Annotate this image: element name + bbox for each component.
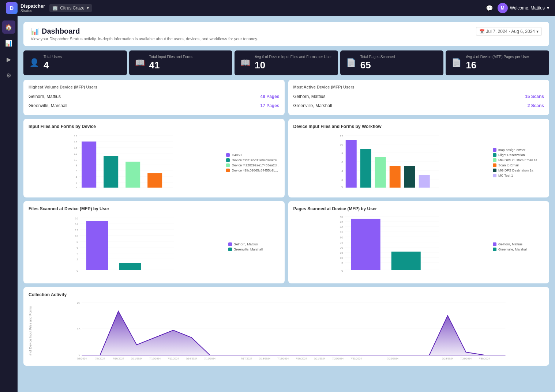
chevron-down-icon: ▾ [87,5,89,11]
svg-text:0: 0 [76,269,78,272]
stat-total-users: 👤 Total Users 4 [23,50,127,75]
stat-users-content: Total Users 4 [44,55,62,71]
ma-user-row-1: Gelhorn, Mattius 15 Scans [293,92,544,101]
svg-text:40: 40 [340,226,343,229]
tenant-selector[interactable]: 🏢 Citrus Craze ▾ [49,4,92,12]
dashboard-subtitle: View your Dispatcher Stratus activity. I… [31,37,258,41]
svg-text:10: 10 [74,158,77,161]
input-files-icon: 📖 [135,58,145,68]
pages-scanned-chart-area: 50 45 40 35 30 25 20 15 10 5 0 [293,215,490,278]
bar-map-assign [345,140,356,188]
sidebar-item-home[interactable]: 🏠 [2,20,15,34]
legend-dot-map-assign [493,148,496,152]
hv-user-row-2: Greenville, Marshall 17 Pages [29,101,280,110]
svg-text:20: 20 [340,246,343,249]
hv-user-2-name: Greenville, Marshall [29,103,67,108]
svg-text:30: 30 [340,236,343,239]
svg-text:6: 6 [76,246,78,249]
app-sub: Stratus [20,9,45,13]
user-menu[interactable]: M Welcome, Mattius ▾ [498,3,549,13]
page-title: Dashboard [42,27,80,35]
app-logo: D Dispatcher Stratus [6,2,45,14]
collection-svg-area: 20 10 0 [35,301,544,361]
stat-avg-pages-value: 16 [466,60,529,71]
svg-text:7/30/2024: 7/30/2024 [479,357,490,359]
sidebar-item-settings[interactable]: ⚙ [2,69,15,82]
date-range-picker[interactable]: 📅 Jul 7, 2024 - Aug 6, 2024 ▾ [476,27,542,36]
svg-text:4: 4 [76,252,78,255]
legend-label-mgdps-custom: MG DPS Custom Email 1a [498,158,537,162]
svg-text:15: 15 [340,251,343,255]
svg-text:16: 16 [75,217,78,220]
legend-dot-mc-test [493,174,496,177]
stat-pages-label: Total Pages Scanned [360,55,395,59]
legend-label-scan-email: Scan to Email [498,163,519,167]
svg-text:12: 12 [75,229,78,232]
svg-text:8: 8 [76,164,78,167]
legend-scan-email: Scan to Email [493,163,544,167]
svg-text:8: 8 [76,240,78,244]
files-scanned-chart-card: Files Scanned at Device (MFP) by User 16… [23,201,285,283]
chat-icon[interactable]: 💬 [486,5,493,12]
hv-user-row-1: Gelhorn, Mattius 48 Pages [29,92,280,101]
date-chevron-icon: ▾ [536,29,539,34]
svg-text:7/23/2024: 7/23/2024 [350,357,362,359]
collection-activity-title: Collection Activity [29,292,544,297]
pages-scanned-svg: 50 45 40 35 30 25 20 15 10 5 0 [293,215,490,277]
collection-area-fill [82,311,506,355]
building-icon: 🏢 [52,5,58,11]
dashboard-title-block: 📊 Dashboard View your Dispatcher Stratus… [31,27,258,41]
bar-mgdps-custom [375,157,386,188]
svg-text:7/13/2024: 7/13/2024 [168,357,179,359]
stats-row: 👤 Total Users 4 📖 Total Input Files and … [23,50,549,75]
svg-text:7/10/2024: 7/10/2024 [113,357,124,359]
app-layout: 🏠 📊 ▶ ⚙ 📊 Dashboard View your Dispatcher… [0,16,555,392]
legend-label-gelhorn-files: Gelhorn, Mattius [234,242,258,246]
svg-text:7/18/2024: 7/18/2024 [259,357,270,359]
pages-scanned-legend: Gelhorn, Mattius Greenville, Marshall [493,215,544,278]
bar-flight [360,149,371,188]
bar-device3 [125,162,140,188]
legend-mgdps-custom: MG DPS Custom Email 1a [493,158,544,162]
svg-text:18: 18 [74,135,77,138]
svg-text:2: 2 [76,258,78,261]
legend-label-c4050i: C4050I [232,153,242,157]
main-content: 📊 Dashboard View your Dispatcher Stratus… [18,16,555,392]
hv-user-1-stat: 48 Pages [260,94,279,99]
legend-device3: Device f4228292ae17453ea2d... [226,163,279,167]
pages-scanned-chart-body: 50 45 40 35 30 25 20 15 10 5 0 [293,215,544,278]
pages-scanned-icon: 📄 [346,58,356,68]
svg-text:10: 10 [340,143,343,146]
legend-device4: Device 49ffc09865c84455b9b... [226,169,279,172]
stat-users-label: Total Users [44,55,62,59]
legend-label-gelhorn-pages: Gelhorn, Mattius [498,242,522,246]
most-active-card: Most Active Device (MFP) Users Gelhorn, … [288,80,550,115]
stat-input-value: 41 [149,60,194,71]
svg-text:7/17/2024: 7/17/2024 [241,357,252,359]
pages-scanned-chart-card: Pages Scanned at Device (MFP) by User 50… [288,201,550,283]
stat-avg-pages: 📄 Avg # of Device (MFP) Pages per User 1… [446,50,549,75]
svg-text:2: 2 [341,178,343,181]
calendar-icon: 📅 [479,29,485,34]
legend-label-mgdps-dest: MG DPS Destination 1a [498,169,533,172]
svg-text:7/8/2024: 7/8/2024 [77,357,87,359]
stat-users-value: 4 [44,60,62,71]
bar-greenville-files [119,263,141,270]
legend-dot-flight [493,153,496,157]
stat-pages-value: 65 [360,60,395,71]
input-files-chart-card: Input Files and Forms by Device 18 16 14… [23,119,285,197]
svg-text:5: 5 [341,261,343,265]
input-files-chart-title: Input Files and Forms by Device [29,124,280,129]
svg-text:7/11/2024: 7/11/2024 [131,357,142,359]
ma-user-row-2: Greenville, Marshall 2 Scans [293,101,544,110]
sidebar-item-analytics[interactable]: 📊 [2,37,15,50]
ma-user-2-stat: 2 Scans [528,103,544,108]
sidebar-item-workflows[interactable]: ▶ [2,53,15,66]
legend-device2: Device f3b31e5d11e84b96a79... [226,158,279,162]
stat-input-content: Total Input Files and Forms 41 [149,55,194,71]
svg-text:7/28/2024: 7/28/2024 [442,357,453,359]
svg-text:2: 2 [76,181,78,185]
hv-user-2-stat: 17 Pages [260,103,279,108]
charts-grid-2: Files Scanned at Device (MFP) by User 16… [23,201,549,283]
stat-avg-input-content: Avg # of Device Input Files and Forms pe… [255,55,331,71]
